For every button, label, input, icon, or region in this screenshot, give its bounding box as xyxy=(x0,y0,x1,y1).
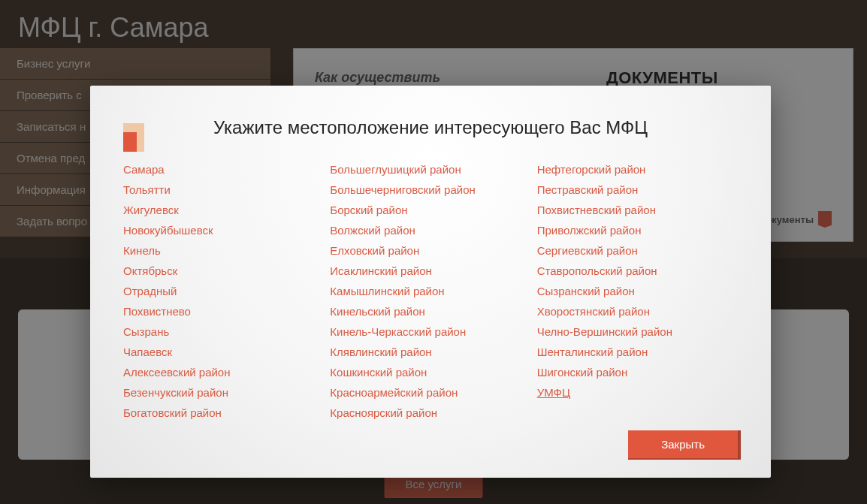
location-link[interactable]: Безенчукский район xyxy=(123,382,324,403)
modal-columns: СамараТольяттиЖигулевскНовокуйбышевскКин… xyxy=(123,159,738,423)
logo-icon xyxy=(123,123,155,159)
location-link[interactable]: Борский район xyxy=(330,200,530,220)
location-link[interactable]: Кинель-Черкасский район xyxy=(330,321,530,342)
location-link[interactable]: Чапаевск xyxy=(123,342,324,362)
location-link[interactable]: Елховский район xyxy=(330,240,530,261)
close-button[interactable]: Закрыть xyxy=(628,430,741,460)
location-link[interactable]: Ставропольский район xyxy=(537,261,738,281)
modal-col-3: Нефтегорский районПестравский районПохви… xyxy=(537,159,738,423)
location-link[interactable]: Камышлинский район xyxy=(330,281,530,301)
location-link[interactable]: Большечерниговский район xyxy=(330,180,530,200)
location-link[interactable]: Исаклинский район xyxy=(330,261,530,281)
location-link[interactable]: Самара xyxy=(123,159,324,180)
location-link[interactable]: Богатовский район xyxy=(123,403,324,423)
location-link[interactable]: Кошкинский район xyxy=(330,362,530,382)
location-link[interactable]: Приволжский район xyxy=(537,220,738,240)
location-link[interactable]: Челно-Вершинский район xyxy=(537,321,738,342)
modal-col-2: Большеглушицкий районБольшечерниговский … xyxy=(330,159,530,423)
location-link[interactable]: Похвистнево xyxy=(123,301,324,321)
location-link[interactable]: Клявлинский район xyxy=(330,342,530,362)
modal-title: Укажите местоположение интересующего Вас… xyxy=(123,117,738,138)
location-link[interactable]: Пестравский район xyxy=(537,180,738,200)
location-link[interactable]: Алексеевский район xyxy=(123,362,324,382)
location-link[interactable]: Шигонский район xyxy=(537,362,738,382)
location-link[interactable]: Тольятти xyxy=(123,180,324,200)
location-link[interactable]: Отрадный xyxy=(123,281,324,301)
location-link[interactable]: Жигулевск xyxy=(123,200,324,220)
location-link[interactable]: Волжский район xyxy=(330,220,530,240)
location-link[interactable]: Нефтегорский район xyxy=(537,159,738,180)
location-link[interactable]: Октябрьск xyxy=(123,261,324,281)
location-link[interactable]: Красноярский район xyxy=(330,403,530,423)
location-link[interactable]: Сергиевский район xyxy=(537,240,738,261)
location-link[interactable]: УМФЦ xyxy=(537,382,738,403)
location-link[interactable]: Шенталинский район xyxy=(537,342,738,362)
location-link[interactable]: Хворостянский район xyxy=(537,301,738,321)
location-link[interactable]: Сызрань xyxy=(123,321,324,342)
location-link[interactable]: Красноармейский район xyxy=(330,382,530,403)
location-link[interactable]: Похвистневский район xyxy=(537,200,738,220)
location-link[interactable]: Новокуйбышевск xyxy=(123,220,324,240)
modal-col-1: СамараТольяттиЖигулевскНовокуйбышевскКин… xyxy=(123,159,324,423)
location-link[interactable]: Сызранский район xyxy=(537,281,738,301)
location-modal: Укажите местоположение интересующего Вас… xyxy=(90,86,771,478)
location-link[interactable]: Большеглушицкий район xyxy=(330,159,530,180)
location-link[interactable]: Кинельский район xyxy=(330,301,530,321)
location-link[interactable]: Кинель xyxy=(123,240,324,261)
